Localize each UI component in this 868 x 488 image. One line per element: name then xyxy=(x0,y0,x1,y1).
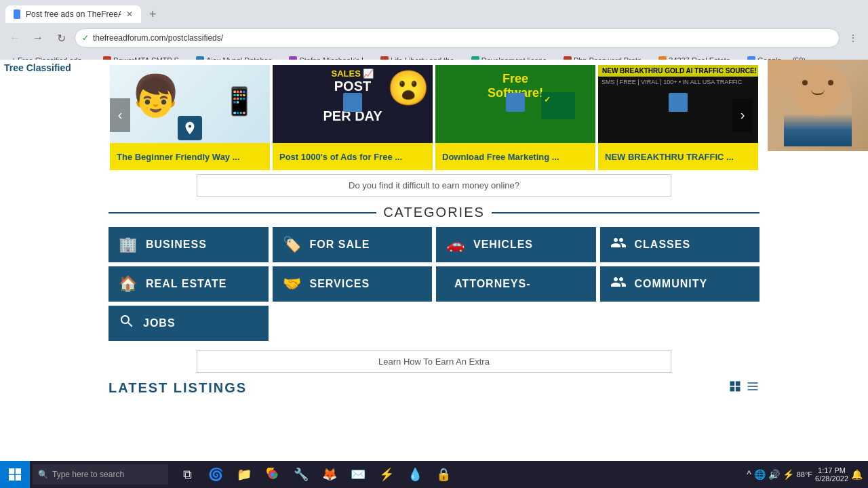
carousel-next-button[interactable]: › xyxy=(732,98,753,132)
tray-network[interactable]: 🌐 xyxy=(754,469,766,480)
taskbar-app-mail[interactable]: ✉️ xyxy=(344,461,372,488)
carousel-overlay-square-1 xyxy=(343,93,362,112)
carousel-caption-1: Post 1000's of Ads for Free ... xyxy=(273,143,433,170)
browser-tab[interactable]: Post free ads on TheFreeAdForum... ✕ xyxy=(5,5,141,23)
carousel-item-1[interactable]: SALES 📈 POST1KPER DAY 😮 Post 1000's of A… xyxy=(273,65,433,170)
carousel-item-2[interactable]: FreeSoftware! ✓ Download Free Marketing … xyxy=(435,65,595,170)
services-icon: 🤝 xyxy=(283,275,302,293)
extensions-button[interactable]: ⋮ xyxy=(844,28,863,47)
carousel-caption-0: The Beginner Friendly Way ... xyxy=(110,143,270,170)
site-title: Tree Classified xyxy=(4,62,71,73)
taskbar-app-explorer[interactable]: 📁 xyxy=(231,461,258,488)
view-toggle xyxy=(728,380,760,396)
grid-view-button[interactable] xyxy=(728,380,742,396)
carousel-icon-0 xyxy=(178,116,202,140)
category-jobs[interactable]: JOBS xyxy=(108,306,269,341)
tab-favicon xyxy=(14,9,20,19)
business-icon: 🏢 xyxy=(119,236,138,253)
taskbar-clock[interactable]: 1:17 PM 6/28/2022 xyxy=(815,466,848,483)
search-icon: 🔍 xyxy=(38,470,48,479)
latest-section: LATEST LISTINGS xyxy=(0,378,868,398)
taskbar-app-misc-1[interactable]: ⚡ xyxy=(373,461,400,488)
taskbar: 🔍 Type here to search ⧉ 🌀 📁 🔧 🦊 xyxy=(0,461,868,488)
real-estate-icon: 🏠 xyxy=(119,275,138,293)
learn-text: Learn How To Earn An Extra xyxy=(378,357,490,367)
tray-notifications[interactable]: 🔔 xyxy=(851,469,863,480)
category-community[interactable]: COMMUNITY xyxy=(600,266,760,302)
category-vehicles[interactable]: 🚗 VEHICLES xyxy=(436,227,596,262)
taskbar-apps: ⧉ 🌀 📁 🔧 🦊 ✉️ ⚡ 💧 xyxy=(174,461,457,488)
promo-text: Do you find it difficult to earn money o… xyxy=(349,180,519,190)
carousel-overlay-square-3 xyxy=(669,93,688,112)
community-icon xyxy=(610,274,627,294)
new-tab-button[interactable]: + xyxy=(141,3,165,26)
back-button[interactable]: ← xyxy=(5,28,24,47)
categories-title: CATEGORIES xyxy=(108,205,760,220)
carousel-image-1: SALES 📈 POST1KPER DAY 😮 xyxy=(273,65,433,143)
page-content: Tree Classified ‹ › 👦 📱 Th xyxy=(0,60,868,488)
taskbar-app-misc-2[interactable]: 💧 xyxy=(401,461,429,488)
categories-section: CATEGORIES 🏢 BUSINESS 🏷️ FOR SALE 🚗 VEHI… xyxy=(0,201,868,345)
carousel-image-0: 👦 📱 xyxy=(110,65,270,143)
date-display: 6/28/2022 xyxy=(815,474,848,483)
taskbar-app-misc-3[interactable]: 🔒 xyxy=(430,461,457,488)
carousel-item-0[interactable]: 👦 📱 The Beginner Friendly Way ... xyxy=(110,65,270,170)
avatar-overlay xyxy=(768,60,868,151)
tab-title: Post free ads on TheFreeAdForum... xyxy=(26,9,121,19)
carousel-overlay-square-2 xyxy=(506,93,525,112)
jobs-icon xyxy=(119,313,135,333)
category-attorneys[interactable]: ATTORNEYS- xyxy=(436,266,596,302)
start-button[interactable] xyxy=(0,461,30,488)
category-real-estate[interactable]: 🏠 REAL ESTATE xyxy=(108,266,269,302)
carousel-caption-3: NEW BREAKTHRU TRAFFIC ... xyxy=(598,143,758,170)
taskbar-system-tray: ^ 🌐 🔊 ⚡ 88°F xyxy=(747,469,812,480)
category-services[interactable]: 🤝 SERVICES xyxy=(273,266,433,302)
tray-battery[interactable]: ⚡ xyxy=(783,469,794,480)
address-bar[interactable]: ✓ thefreeadforum.com/postclassifieds/ xyxy=(75,28,840,47)
tray-temp: 88°F xyxy=(797,470,812,479)
carousel-prev-button[interactable]: ‹ xyxy=(110,98,130,132)
taskbar-right: ^ 🌐 🔊 ⚡ 88°F 1:17 PM 6/28/2022 🔔 xyxy=(741,466,868,483)
url-display: thefreeadforum.com/postclassifieds/ xyxy=(93,33,832,43)
refresh-button[interactable]: ↻ xyxy=(52,28,71,47)
time-display: 1:17 PM xyxy=(815,466,848,474)
tray-arrow[interactable]: ^ xyxy=(747,469,751,480)
taskbar-app-filezilla[interactable]: 🔧 xyxy=(288,461,315,488)
search-placeholder: Type here to search xyxy=(52,470,124,479)
forward-button[interactable]: → xyxy=(28,28,47,47)
taskbar-app-firefox[interactable]: 🦊 xyxy=(316,461,343,488)
category-classes[interactable]: CLASSES xyxy=(600,227,760,262)
categories-grid: 🏢 BUSINESS 🏷️ FOR SALE 🚗 VEHICLES CLASSE… xyxy=(108,227,760,341)
promo-bar[interactable]: Do you find it difficult to earn money o… xyxy=(197,174,671,197)
taskbar-app-chrome[interactable] xyxy=(259,461,286,488)
carousel-image-2: FreeSoftware! ✓ xyxy=(435,65,595,143)
taskbar-search[interactable]: 🔍 Type here to search xyxy=(33,464,168,485)
avatar-face xyxy=(768,60,868,151)
carousel-caption-2: Download Free Marketing ... xyxy=(435,143,595,170)
taskbar-app-edge[interactable]: 🌀 xyxy=(202,461,229,488)
classes-icon xyxy=(610,235,627,255)
vehicles-icon: 🚗 xyxy=(446,236,465,253)
carousel-section: ‹ › 👦 📱 The Beginner Friendly Way ... xyxy=(0,60,868,170)
for-sale-icon: 🏷️ xyxy=(283,236,302,253)
learn-bar[interactable]: Learn How To Earn An Extra xyxy=(197,350,671,373)
tray-volume[interactable]: 🔊 xyxy=(768,469,780,480)
tab-close-icon[interactable]: ✕ xyxy=(126,9,133,19)
taskbar-app-task-view[interactable]: ⧉ xyxy=(174,461,201,488)
category-for-sale[interactable]: 🏷️ FOR SALE xyxy=(273,227,433,262)
list-view-button[interactable] xyxy=(746,380,760,396)
category-business[interactable]: 🏢 BUSINESS xyxy=(108,227,269,262)
latest-title: LATEST LISTINGS xyxy=(108,380,247,396)
